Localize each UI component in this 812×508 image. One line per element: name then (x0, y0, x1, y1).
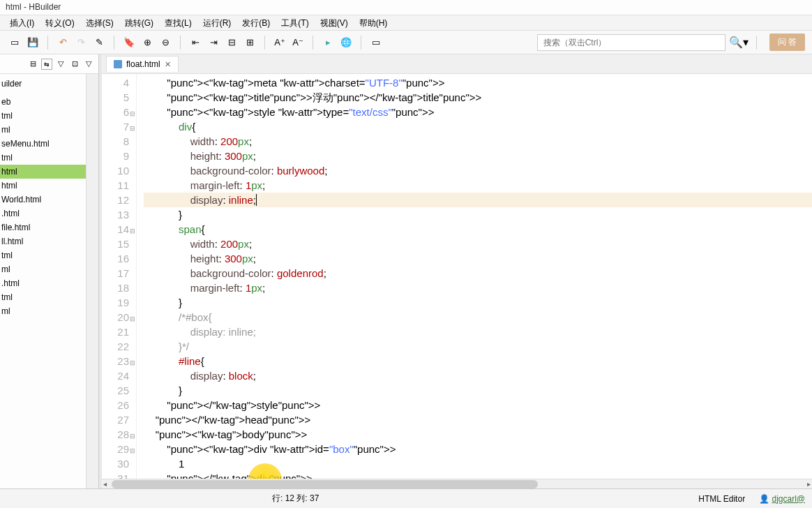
editor-area: float.html ✕ 456⊟7⊟891011121314⊟15161718… (102, 54, 812, 488)
scrollbar-thumb[interactable] (112, 480, 538, 488)
separator (313, 36, 313, 50)
tab-icon[interactable]: ▭ (368, 35, 384, 50)
undo-icon[interactable]: ↶ (55, 35, 70, 50)
bookmark-icon[interactable]: 🔖 (121, 35, 137, 50)
menu-select[interactable]: 选择(S) (80, 15, 119, 30)
scroll-right-icon[interactable]: ▸ (807, 480, 811, 488)
tab-float-html[interactable]: float.html ✕ (106, 56, 179, 72)
chrome-icon[interactable]: 🌐 (338, 35, 354, 50)
separator (180, 36, 181, 50)
close-icon[interactable]: ✕ (165, 60, 171, 69)
horizontal-scrollbar[interactable]: ◂ ▸ (102, 479, 812, 488)
tree-item[interactable]: eb (0, 95, 86, 109)
redo-icon[interactable]: ↷ (73, 35, 89, 50)
remove-bookmark-icon[interactable]: ⊖ (158, 35, 173, 50)
separator (47, 36, 48, 50)
tree-item[interactable]: World.html (0, 193, 86, 207)
refresh-icon[interactable]: ⊡ (69, 59, 80, 70)
search-input[interactable] (537, 34, 725, 51)
indent-right-icon[interactable]: ⇥ (206, 35, 221, 50)
filter-icon[interactable]: ▽ (55, 59, 66, 70)
menu-view[interactable]: 视图(V) (315, 15, 354, 30)
font-decrease-icon[interactable]: A⁻ (290, 35, 306, 50)
user-icon: 👤 (759, 494, 769, 504)
qa-button[interactable]: 问 答 (769, 33, 805, 51)
tree-item[interactable]: tml (0, 151, 86, 165)
separator (361, 36, 361, 50)
tree-item[interactable]: tml (0, 290, 86, 304)
sidebar-header: ⊟ ⇆ ▽ ⊡ ▽ (0, 54, 98, 74)
window-title: html - HBuilder (6, 2, 61, 12)
tree-item[interactable]: tml (0, 109, 86, 123)
tree-item[interactable]: seMenu.html (0, 137, 86, 151)
search-container (537, 34, 725, 51)
file-tree[interactable]: uilderebtmlmlseMenu.htmltmlhtmlhtmlWorld… (0, 74, 86, 488)
cursor-position: 行: 12 列: 37 (272, 493, 319, 505)
collapse-icon[interactable]: ⊟ (27, 59, 38, 70)
browser-preview-icon[interactable]: ▸ (320, 35, 336, 50)
indent-icon[interactable]: ⊞ (242, 35, 257, 50)
paint-icon[interactable]: ✎ (91, 35, 107, 50)
user-info[interactable]: 👤 djgcarl@ (759, 494, 805, 504)
tree-item[interactable]: ll.html (0, 234, 86, 248)
status-bar: 行: 12 列: 37 HTML Editor 👤 djgcarl@ (0, 488, 812, 508)
document-icon (114, 60, 122, 68)
scroll-left-icon[interactable]: ◂ (103, 480, 107, 488)
sidebar: ⊟ ⇆ ▽ ⊡ ▽ uilderebtmlmlseMenu.htmltmlhtm… (0, 54, 99, 488)
menu-bar: 插入(I) 转义(O) 选择(S) 跳转(G) 查找(L) 运行(R) 发行(B… (0, 15, 812, 31)
new-file-icon[interactable]: ▭ (7, 35, 22, 50)
link-icon[interactable]: ⇆ (41, 59, 52, 70)
font-increase-icon[interactable]: A⁺ (272, 35, 287, 50)
tree-item[interactable]: file.html (0, 221, 86, 234)
tree-item[interactable]: .html (0, 207, 86, 221)
separator (264, 36, 265, 50)
separator (114, 36, 114, 50)
tree-item[interactable]: uilder (0, 77, 86, 91)
editor-type-label: HTML Editor (698, 494, 745, 504)
save-icon[interactable]: 💾 (25, 35, 40, 50)
add-bookmark-icon[interactable]: ⊕ (140, 35, 155, 50)
menu-publish[interactable]: 发行(B) (236, 15, 276, 30)
separator (756, 36, 757, 50)
menu-jump[interactable]: 跳转(G) (119, 15, 159, 30)
tree-item[interactable]: tml (0, 248, 86, 262)
tree-item[interactable]: html (0, 179, 86, 193)
outdent-icon[interactable]: ⊟ (224, 35, 239, 50)
menu-run[interactable]: 运行(R) (197, 15, 237, 30)
menu-dropdown-icon[interactable]: ▽ (83, 59, 94, 70)
tree-item[interactable]: ml (0, 304, 86, 318)
tree-item[interactable]: html (0, 165, 86, 179)
user-name: djgcarl@ (772, 494, 805, 504)
sidebar-scrollbar[interactable] (86, 74, 98, 488)
toolbar: ▭ 💾 ↶ ↷ ✎ 🔖 ⊕ ⊖ ⇤ ⇥ ⊟ ⊞ A⁺ A⁻ ▸ 🌐 ▭ 🔍▾ 问… (0, 31, 812, 54)
tab-bar: float.html ✕ (102, 54, 812, 74)
menu-find[interactable]: 查找(L) (159, 15, 197, 30)
code-area[interactable]: 456⊟7⊟891011121314⊟151617181920⊟212223⊟2… (102, 74, 812, 479)
main-area: ⊟ ⇆ ▽ ⊡ ▽ uilderebtmlmlseMenu.htmltmlhtm… (0, 54, 812, 488)
menu-help[interactable]: 帮助(H) (354, 15, 393, 30)
search-dropdown-icon[interactable]: 🔍▾ (728, 34, 749, 51)
line-gutter: 456⊟7⊟891011121314⊟151617181920⊟212223⊟2… (102, 74, 137, 479)
menu-tools[interactable]: 工具(T) (276, 15, 314, 30)
title-bar: html - HBuilder (0, 0, 812, 15)
tree-item[interactable]: ml (0, 123, 86, 137)
tree-item[interactable]: .html (0, 276, 86, 290)
indent-left-icon[interactable]: ⇤ (188, 35, 203, 50)
code-content[interactable]: "punc"><"kw-tag">meta "kw-attr">charset=… (137, 74, 812, 479)
menu-insert[interactable]: 插入(I) (4, 15, 40, 30)
tab-label: float.html (126, 59, 160, 69)
menu-goto[interactable]: 转义(O) (40, 15, 80, 30)
tree-item[interactable]: ml (0, 262, 86, 276)
